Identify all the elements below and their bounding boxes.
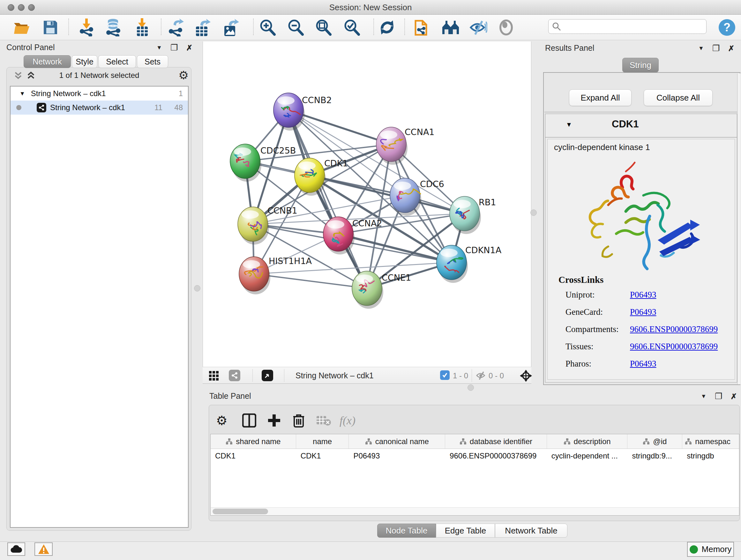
- zoom-out-icon[interactable]: [286, 18, 305, 37]
- export-image-icon[interactable]: [222, 18, 240, 37]
- results-panel-float-icon[interactable]: ❐: [712, 44, 720, 53]
- collapse-all-icon[interactable]: [14, 71, 23, 80]
- zoom-selected-icon[interactable]: [343, 18, 360, 37]
- first-neighbors-icon[interactable]: [442, 18, 460, 37]
- crosslink-link[interactable]: P06493: [630, 290, 657, 300]
- network-view-icon[interactable]: [229, 370, 240, 381]
- tab-string[interactable]: String: [622, 58, 659, 72]
- results-panel-menu-icon[interactable]: ▼: [698, 45, 704, 52]
- column-header[interactable]: database identifier: [445, 434, 547, 449]
- delete-column-icon[interactable]: [290, 412, 307, 429]
- column-header[interactable]: description: [547, 434, 628, 449]
- network-node-CCNB2[interactable]: [273, 93, 305, 131]
- export-network-icon[interactable]: [166, 18, 185, 37]
- network-node-CCNE1[interactable]: [352, 271, 383, 309]
- apply-layout-icon[interactable]: [378, 18, 396, 37]
- network-node-CCNA2[interactable]: [323, 217, 354, 254]
- network-panel-body: 1 of 1 Network selected ⚙ ▼ String Netwo…: [6, 67, 192, 531]
- crosslink-link[interactable]: 9606.ENSP00000378699: [630, 324, 718, 334]
- tab-node-table[interactable]: Node Table: [377, 523, 436, 538]
- results-panel-close-icon[interactable]: ✗: [728, 44, 734, 53]
- network-view-toolbar: String Network – cdk1 1 - 0 0 - 0: [203, 367, 531, 384]
- delete-table-icon[interactable]: [315, 412, 332, 429]
- import-file-network-icon[interactable]: [413, 18, 431, 37]
- grid-view-icon[interactable]: [209, 371, 219, 381]
- crosslink-link[interactable]: P06493: [630, 307, 657, 317]
- tab-network[interactable]: Network: [23, 55, 71, 68]
- create-column-icon[interactable]: [266, 412, 282, 429]
- network-node-CDKN1A[interactable]: [436, 245, 468, 283]
- save-session-icon[interactable]: [42, 18, 59, 37]
- table-settings-gear-icon[interactable]: ⚙: [213, 412, 230, 429]
- left-splitter-handle[interactable]: [194, 285, 200, 292]
- export-table-icon[interactable]: [194, 18, 212, 37]
- network-node-CDK1[interactable]: [294, 158, 326, 196]
- tab-sets[interactable]: Sets: [137, 55, 168, 68]
- expand-all-icon[interactable]: [26, 71, 36, 80]
- hide-selected-icon[interactable]: [469, 18, 487, 37]
- crosslink-link[interactable]: 9606.ENSP00000378699: [630, 341, 718, 352]
- control-panel-menu-icon[interactable]: ▼: [156, 44, 162, 51]
- network-node-CDC25B[interactable]: [230, 144, 261, 182]
- tab-network-table[interactable]: Network Table: [495, 523, 567, 538]
- tab-style[interactable]: Style: [72, 55, 97, 68]
- column-type-icon: [563, 438, 570, 445]
- cloud-button[interactable]: [7, 543, 25, 556]
- selected-counts: 1 - 0: [453, 371, 468, 380]
- results-scrollbar[interactable]: [737, 73, 740, 384]
- table-row[interactable]: CDK1 CDK1 P06493 9606.ENSP00000378699 cy…: [211, 449, 739, 463]
- expand-all-button[interactable]: Expand All: [569, 89, 631, 106]
- control-panel-float-icon[interactable]: ❐: [171, 43, 178, 53]
- tab-select[interactable]: Select: [98, 55, 136, 68]
- table-panel-float-icon[interactable]: ❐: [715, 391, 722, 401]
- table-horizontal-scrollbar[interactable]: [210, 507, 739, 516]
- show-columns-icon[interactable]: [241, 412, 258, 429]
- table-panel: Table Panel ▼ ❐ ✗ ⚙ f(x) shared name nam…: [204, 389, 741, 541]
- warnings-button[interactable]: [35, 543, 53, 556]
- network-node-HIST1H1A[interactable]: [239, 257, 270, 294]
- column-header[interactable]: canonical name: [349, 434, 445, 449]
- selected-count-checkbox-icon[interactable]: [440, 370, 450, 380]
- tab-edge-table[interactable]: Edge Table: [436, 523, 495, 538]
- memory-button[interactable]: Memory: [687, 542, 734, 557]
- table-panel-menu-icon[interactable]: ▼: [701, 393, 706, 400]
- network-node-label-CCNB2: CCNB2: [302, 95, 332, 105]
- import-network-icon[interactable]: [77, 18, 95, 37]
- zoom-fit-icon[interactable]: [314, 18, 332, 37]
- column-header[interactable]: shared name: [211, 434, 296, 449]
- scrollbar-thumb[interactable]: [212, 509, 268, 514]
- network-node-RB1[interactable]: [450, 196, 481, 234]
- help-icon[interactable]: ?: [718, 18, 736, 37]
- column-header[interactable]: name: [296, 434, 349, 449]
- string-results-container: Expand All Collapse All ▼ CDK1 cyclin-de…: [543, 72, 740, 385]
- import-network-from-database-icon[interactable]: [104, 18, 122, 37]
- network-edge-count: 48: [174, 103, 183, 112]
- network-canvas[interactable]: CCNB2CCNA1CDC25BCDK1CDC6RB1CCNB1CCNA2CDK…: [203, 42, 531, 367]
- network-row[interactable]: String Network – cdk1 11 48: [10, 101, 188, 115]
- network-collection-row[interactable]: ▼ String Network – cdk1 1: [10, 86, 188, 101]
- search-field[interactable]: [548, 19, 706, 34]
- function-builder-icon[interactable]: f(x): [339, 412, 356, 429]
- zoom-in-icon[interactable]: [259, 18, 276, 37]
- crosslink-link[interactable]: P06493: [630, 359, 657, 369]
- table-panel-close-icon[interactable]: ✗: [731, 392, 737, 401]
- network-node-count: 11: [154, 103, 162, 112]
- collection-expand-icon[interactable]: ▼: [19, 90, 25, 97]
- network-options-gear-icon[interactable]: ⚙: [179, 69, 189, 82]
- control-panel-close-icon[interactable]: ✗: [186, 44, 192, 52]
- column-header[interactable]: @id: [627, 434, 682, 449]
- search-input[interactable]: [561, 22, 706, 31]
- control-panel: Control Panel ▼ ❐ ✗ Network Style Select…: [4, 41, 192, 541]
- column-type-icon: [226, 438, 232, 445]
- cdk1-collapse-icon[interactable]: ▼: [566, 121, 572, 128]
- birdseye-view-icon[interactable]: [262, 370, 273, 381]
- pan-crosshair-icon[interactable]: [519, 369, 533, 382]
- import-table-icon[interactable]: [133, 18, 151, 37]
- open-session-icon[interactable]: [13, 18, 30, 37]
- column-header[interactable]: namespac: [682, 434, 739, 449]
- network-node-CCNA1[interactable]: [376, 127, 408, 165]
- network-node-CDC6[interactable]: [390, 178, 421, 216]
- collapse-all-button[interactable]: Collapse All: [644, 89, 713, 106]
- network-edge-HIST1H1A-CCNE1[interactable]: [254, 274, 367, 288]
- show-all-icon[interactable]: [497, 18, 515, 37]
